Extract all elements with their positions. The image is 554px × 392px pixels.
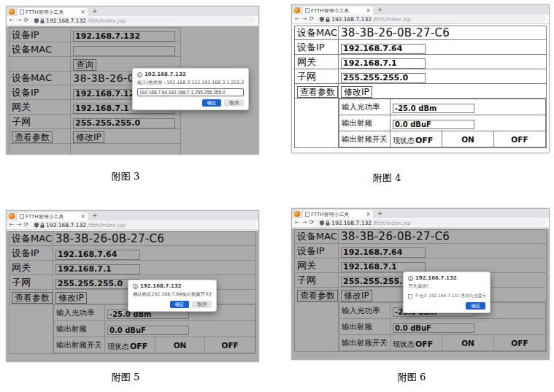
new-tab-button[interactable]: + <box>375 6 385 14</box>
browser-tab[interactable]: FTTH管理小工具 × <box>303 210 373 218</box>
table-row: 设备IP <box>9 28 181 42</box>
device-mac-label: 设备MAC <box>295 26 339 40</box>
back-icon[interactable]: ← <box>295 220 300 226</box>
address-bar[interactable]: 192.168.7.132/ftth/index.jsp <box>316 15 546 23</box>
lock-icon <box>40 223 45 228</box>
device-mac-value: 38-3B-26-0B-27-C6 <box>339 26 547 40</box>
rf-output-input[interactable] <box>393 120 474 129</box>
reload-icon[interactable]: ⟳ <box>23 18 28 23</box>
reload-icon[interactable]: ⟳ <box>309 220 314 226</box>
new-tab-button[interactable]: + <box>90 212 100 220</box>
close-tab-icon[interactable]: × <box>366 8 371 14</box>
gateway-input[interactable] <box>341 262 426 272</box>
address-bar[interactable]: 192.168.7.132/ftth/index.jsp <box>316 219 546 226</box>
checkbox-label: 不允许 192.168.7.132 再次向您提示 <box>415 293 486 299</box>
new-tab-button[interactable]: + <box>375 210 385 218</box>
address-bar[interactable]: 192.168.7.132/ftth/index.jsp <box>31 221 255 228</box>
browser-tab[interactable]: FTTH管理小工具 × <box>18 8 88 16</box>
close-tab-icon[interactable]: × <box>366 212 371 218</box>
device-ip-input[interactable] <box>55 250 140 260</box>
table-row: 设备MAC 38-3B-26-0B-27-C6 <box>295 26 547 40</box>
dialog-title: 192.168.7.132 <box>415 275 457 281</box>
query-button[interactable]: 查询 <box>73 59 96 71</box>
modify-ip-button[interactable]: 修改IP <box>55 292 87 304</box>
forward-icon[interactable]: → <box>302 16 307 22</box>
close-tab-icon[interactable]: × <box>80 9 85 15</box>
reload-icon[interactable]: ⟳ <box>309 16 314 22</box>
device-ip-input[interactable] <box>341 44 426 54</box>
view-params-button[interactable]: 查看参数 <box>12 131 53 143</box>
info-icon <box>133 284 138 289</box>
rf-out-label: 输出射频 <box>339 115 391 131</box>
subnet-label: 子网 <box>9 275 53 290</box>
reload-icon[interactable]: ⟳ <box>23 222 28 228</box>
firefox-icon <box>294 7 300 13</box>
rf-switch-label: 输出射频开关 <box>339 335 391 351</box>
forward-icon[interactable]: → <box>17 18 22 23</box>
dialog-title-row: 192.168.7.132 <box>408 275 485 281</box>
dialog-ip-input[interactable] <box>137 88 244 96</box>
view-params-button[interactable]: 查看参数 <box>297 290 338 301</box>
tool-ip-input[interactable] <box>73 31 175 42</box>
page-favicon-icon <box>305 212 309 217</box>
firefox-icon <box>9 9 15 15</box>
dialog-message: 输入(格式例：192.168.3.122,192.168.3.1,255.255… <box>137 80 244 86</box>
navigation-bar: ← → ⟳ 192.168.7.132/ftth/index.jsp <box>7 220 258 230</box>
switch-off-button[interactable]: OFF <box>205 337 255 353</box>
switch-off-button[interactable]: OFF <box>494 335 546 351</box>
dialog-cancel-button[interactable]: 取消 <box>192 301 212 308</box>
switch-on-button[interactable]: ON <box>442 131 494 147</box>
dialog-ok-button[interactable]: 确定 <box>170 301 190 308</box>
back-icon[interactable]: ← <box>9 18 15 23</box>
figure-caption: 附图 3 <box>96 170 155 183</box>
dialog-title: 192.168.7.132 <box>140 283 182 289</box>
modify-ip-button[interactable]: 修改IP <box>73 131 104 143</box>
subnet-input[interactable] <box>341 73 426 83</box>
close-tab-icon[interactable]: × <box>80 214 85 220</box>
dialog-ok-button[interactable]: 确定 <box>202 99 222 107</box>
switch-state-value: OFF <box>415 339 433 349</box>
browser-window-fig3: FTTH管理小工具 × + ← → ⟳ 192.168.7.132/ftth/i… <box>6 6 259 155</box>
url-host: 192.168.7.132 <box>46 18 86 24</box>
modify-ip-button[interactable]: 修改IP <box>341 290 372 301</box>
url-path: /ftth/index.jsp <box>88 222 126 228</box>
view-params-button[interactable]: 查看参数 <box>12 292 53 304</box>
forward-icon[interactable]: → <box>17 222 22 228</box>
rf-output-input[interactable] <box>107 326 189 335</box>
subnet-input[interactable] <box>73 118 175 128</box>
figure-caption: 附图 6 <box>382 371 441 384</box>
switch-on-button[interactable]: ON <box>155 337 205 353</box>
browser-tab[interactable]: FTTH管理小工具 × <box>18 212 88 220</box>
table-row: 设备MAC 38-3B-26-0B-27-C6 <box>9 232 256 246</box>
device-mac-label: 设备MAC <box>295 230 339 244</box>
current-state-label: 现状态 <box>107 342 129 350</box>
switch-on-button[interactable]: ON <box>442 335 494 351</box>
browser-tab[interactable]: FTTH管理小工具 × <box>303 7 373 15</box>
rf-table: 输入光功率 输出射频 输出射频开关 现状态OFF ON OFF <box>53 304 255 353</box>
optical-in-label: 输入光功率 <box>339 99 391 115</box>
figure-sheet: FTTH管理小工具 × + ← → ⟳ 192.168.7.132/ftth/i… <box>0 0 554 392</box>
table-row: 输出射频 <box>339 319 546 335</box>
optical-power-input[interactable] <box>393 104 474 113</box>
gateway-input[interactable] <box>55 264 140 274</box>
back-icon[interactable]: ← <box>295 16 300 22</box>
forward-icon[interactable]: → <box>302 220 307 226</box>
table-row: 设备MAC 38-3B-26-0B-27-C6 <box>295 230 547 244</box>
dont-ask-again-checkbox[interactable] <box>408 294 412 299</box>
mac-query-input[interactable] <box>73 46 175 56</box>
dialog-message: 开关成功! <box>408 283 485 290</box>
rf-output-input[interactable] <box>393 323 474 333</box>
new-tab-button[interactable]: + <box>90 7 100 15</box>
view-params-button[interactable]: 查看参数 <box>297 86 338 98</box>
dialog-cancel-button[interactable]: 取消 <box>224 99 244 107</box>
device-ip-input[interactable] <box>341 247 426 258</box>
back-icon[interactable]: ← <box>9 222 15 228</box>
modify-ip-button[interactable]: 修改IP <box>341 86 372 98</box>
address-bar[interactable]: 192.168.7.132/ftth/index.jsp <box>31 17 255 24</box>
gateway-label: 网关 <box>295 55 339 69</box>
dialog-ok-button[interactable]: 确定 <box>466 302 485 310</box>
gateway-label: 网关 <box>9 100 71 115</box>
gateway-input[interactable] <box>341 58 426 69</box>
switch-off-button[interactable]: OFF <box>494 131 546 147</box>
table-row: 查看参数 修改IP <box>9 129 181 144</box>
